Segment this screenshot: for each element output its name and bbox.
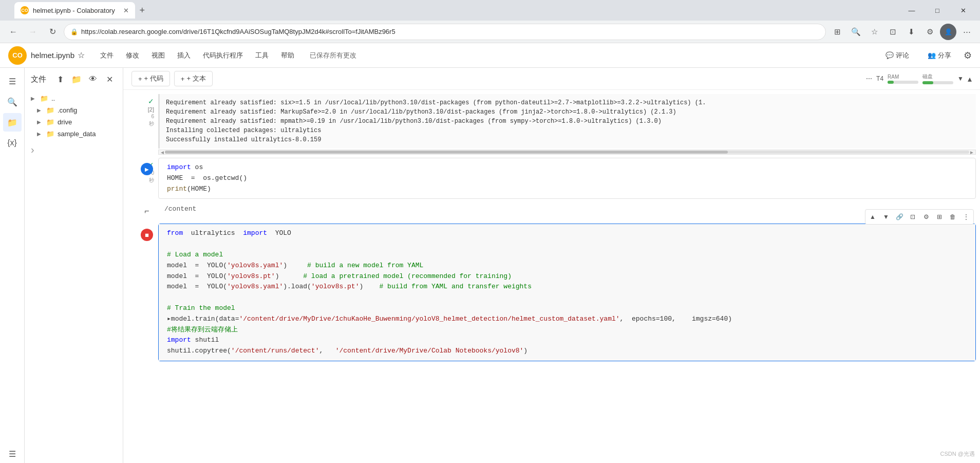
reader-btn[interactable]: ⊞ — [829, 24, 845, 40]
t4-label: T4 — [876, 75, 883, 82]
back-btn[interactable]: ← — [5, 24, 22, 40]
add-code-btn[interactable]: + + 代码 — [131, 71, 170, 86]
menu-help[interactable]: 帮助 — [276, 49, 299, 62]
hide-files-btn[interactable]: 👁 — [86, 72, 100, 86]
comment-btn[interactable]: 💬 评论 — [879, 48, 915, 63]
settings-btn[interactable]: ⚙ — [964, 50, 972, 61]
cell-body-2: ▶ import os HOME = os.getcwd() print(HOM… — [158, 158, 976, 199]
menu-edit[interactable]: 修改 — [121, 49, 144, 62]
close-btn[interactable]: ✕ — [951, 0, 975, 21]
sidebar-menu-btn[interactable]: ☰ — [3, 72, 22, 90]
scroll-left-arrow[interactable]: ◄ — [160, 150, 165, 155]
output-line-5: Successfully installed ultralytics-8.0.1… — [166, 135, 970, 144]
expand-sidebar-btn[interactable]: › — [25, 140, 123, 160]
sidebar-title: 文件 — [31, 75, 46, 84]
add-text-btn[interactable]: + + 文本 — [174, 71, 213, 86]
disk-label: 磁盘 — [922, 73, 953, 80]
menu-file[interactable]: 文件 — [95, 49, 119, 62]
toolbar-actions: ⊞ 🔍 ☆ ⊡ ⬇ ⚙ 👤 ⋯ — [829, 24, 975, 40]
link-btn[interactable]: 🔗 — [893, 211, 906, 223]
tab-search-btn[interactable]: ⊡ — [884, 24, 901, 40]
notebook-filename[interactable]: helmet.ipynb — [31, 51, 74, 60]
notebook-area: + + 代码 + + 文本 ⋯ T4 RAM — [123, 68, 980, 463]
dropdown-btn[interactable]: ▼ — [957, 75, 964, 82]
zoom-btn[interactable]: 🔍 — [847, 24, 864, 40]
file-item-label: .config — [58, 106, 77, 114]
sidebar-icon-strip: ☰ 🔍 📁 {x} ☰ — [0, 68, 25, 463]
tab-close-btn[interactable]: ✕ — [123, 7, 129, 14]
profile-btn[interactable]: 👤 — [940, 24, 956, 40]
code-line-yolo-8: # Train the model — [167, 303, 969, 314]
favorite-btn[interactable]: ☆ — [866, 24, 882, 40]
share-btn[interactable]: 👥 分享 — [921, 48, 957, 63]
folder-icon: 📁 — [46, 130, 54, 138]
menu-view[interactable]: 视图 — [146, 49, 170, 62]
file-tree: ▶ 📁 .. ▶ 📁 .config ▶ 📁 drive ▶ 📁 — [25, 90, 123, 463]
split-btn[interactable]: ⊞ — [933, 211, 946, 223]
browser-titlebar: CO helmet.ipynb - Colaboratory ✕ + — □ ✕ — [0, 0, 980, 21]
code-content-2: from ultralytics import YOLO # Load a mo… — [159, 224, 975, 361]
move-up-btn[interactable]: ▲ — [866, 211, 879, 223]
run-btn-1[interactable]: ▶ — [141, 163, 153, 175]
close-sidebar-btn[interactable]: ✕ — [102, 72, 117, 86]
file-item-config[interactable]: ▶ 📁 .config — [25, 104, 123, 116]
move-down-btn[interactable]: ▼ — [880, 211, 892, 223]
file-item-drive[interactable]: ▶ 📁 drive — [25, 116, 123, 128]
new-tab-btn[interactable]: + — [135, 3, 149, 17]
active-tab[interactable]: CO helmet.ipynb - Colaboratory ✕ — [14, 2, 135, 18]
code-cell-2[interactable]: from ultralytics import YOLO # Load a mo… — [158, 224, 976, 361]
main-area: ☰ 🔍 📁 {x} ☰ 文件 ⬆ 📁 👁 ✕ ▶ 📁 .. — [0, 68, 980, 463]
delete-btn[interactable]: 🗑 — [947, 211, 959, 223]
upload-file-btn[interactable]: ⬆ — [53, 72, 67, 86]
plus-icon: + — [138, 75, 142, 83]
files-sidebar-btn[interactable]: 📁 — [3, 113, 22, 132]
forward-btn[interactable]: → — [25, 24, 41, 40]
scroll-right-arrow[interactable]: ► — [969, 150, 974, 155]
people-icon: 👥 — [928, 51, 936, 59]
extensions-btn[interactable]: ⚙ — [921, 24, 938, 40]
cell-toolbar: ▲ ▼ 🔗 ⊡ ⚙ ⊞ 🗑 ⋮ — [865, 209, 974, 225]
minimize-btn[interactable]: — — [900, 0, 924, 21]
file-item-sample-data[interactable]: ▶ 📁 sample_data — [25, 128, 123, 140]
colab-menubar: CO helmet.ipynb ☆ 文件 修改 视图 插入 代码执行程序 工具 … — [0, 43, 980, 68]
window-controls-right: — □ ✕ — [900, 0, 975, 21]
cell-time-unit-2: 秒 — [149, 177, 154, 184]
file-item-parent[interactable]: ▶ 📁 .. — [25, 92, 123, 104]
expand-output-btn[interactable]: ⌐ — [140, 204, 154, 218]
cell-gutter-4 — [127, 224, 158, 361]
add-code-label: + 代码 — [144, 74, 163, 83]
star-icon[interactable]: ☆ — [78, 50, 85, 60]
output-line-4: Installing collected packages: ultralyti… — [166, 126, 970, 135]
reload-btn[interactable]: ↻ — [44, 24, 61, 40]
maximize-btn[interactable]: □ — [926, 0, 949, 21]
settings-cell-btn[interactable]: ⚙ — [920, 211, 932, 223]
app-container: CO helmet.ipynb ☆ 文件 修改 视图 插入 代码执行程序 工具 … — [0, 43, 980, 463]
address-bar[interactable]: 🔒 https://colab.research.google.com/driv… — [64, 24, 826, 40]
toc-btn[interactable]: ☰ — [3, 445, 22, 463]
more-btn[interactable]: ⋯ — [958, 24, 975, 40]
more-cell-btn[interactable]: ⋮ — [960, 211, 972, 223]
cell-row-output2: ⌐ /content — [123, 201, 980, 221]
mirror-btn[interactable]: ⊡ — [907, 211, 919, 223]
variables-btn[interactable]: {x} — [3, 134, 22, 152]
download-btn[interactable]: ⬇ — [903, 24, 919, 40]
search-sidebar-btn[interactable]: 🔍 — [3, 92, 22, 111]
output-scrollbar[interactable]: ◄ ► — [158, 150, 976, 155]
code-line-yolo-6: model = YOLO('yolov8s.yaml').load('yolov… — [167, 282, 969, 292]
add-folder-btn[interactable]: 📁 — [69, 72, 84, 86]
code-cell-1[interactable]: import os HOME = os.getcwd() print(HOME) — [158, 158, 976, 199]
folder-icon: 📁 — [46, 118, 54, 126]
cell-status-1: ✓ — [148, 97, 154, 105]
menu-insert[interactable]: 插入 — [172, 49, 196, 62]
cell-row-code2: ▲ ▼ 🔗 ⊡ ⚙ ⊞ 🗑 ⋮ ⏹ from ultraly — [123, 224, 980, 361]
output-line-2: Requirement already satisfied: MarkupSaf… — [166, 107, 970, 117]
plus-icon2: + — [181, 75, 185, 83]
code-line-yolo-1: from ultralytics import YOLO — [167, 228, 969, 239]
cell-time-unit-1: 秒 — [149, 120, 154, 127]
menu-runtime[interactable]: 代码执行程序 — [198, 49, 248, 62]
collapse-btn[interactable]: ▴ — [968, 74, 972, 84]
dots-btn[interactable]: ⋯ — [866, 75, 872, 82]
code-content-1: import os HOME = os.getcwd() print(HOME) — [159, 158, 975, 198]
menu-tools[interactable]: 工具 — [250, 49, 274, 62]
ram-meter: RAM — [888, 74, 918, 84]
